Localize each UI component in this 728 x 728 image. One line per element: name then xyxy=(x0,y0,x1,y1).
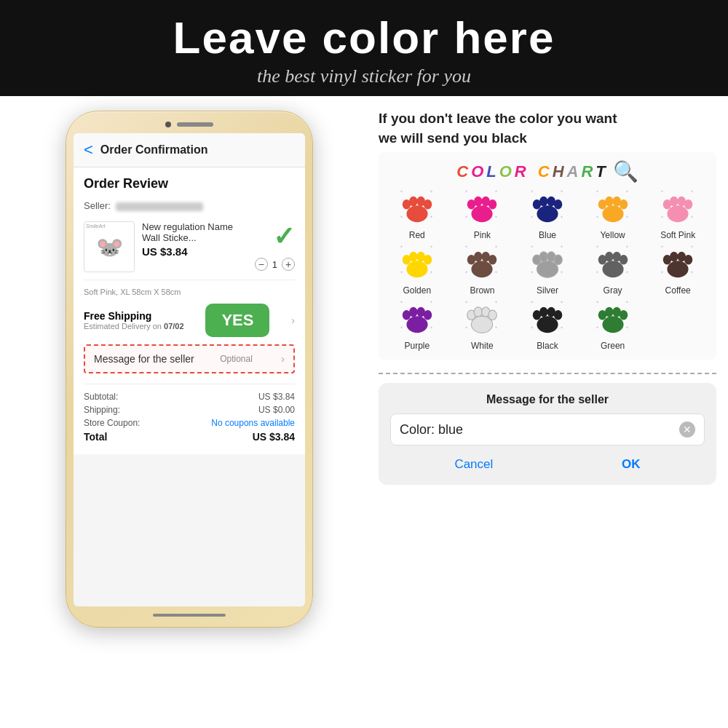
qty-plus[interactable]: + xyxy=(282,258,295,271)
svg-point-58 xyxy=(472,261,493,278)
svg-point-111 xyxy=(554,310,562,320)
phone-section: < Order Confirmation Order Review Seller… xyxy=(0,96,371,708)
color-label-red: Red xyxy=(409,230,425,240)
paw-wrap-silver: ✦✦✦✦ xyxy=(528,245,567,284)
paw-wrap-coffee: ✦✦✦✦ xyxy=(658,245,697,284)
svg-text:✦: ✦ xyxy=(430,325,433,330)
color-label-brown: Brown xyxy=(470,285,494,296)
screen-nav: < Order Confirmation xyxy=(74,133,305,167)
header: Leave color here the best vinyl sticker … xyxy=(0,0,728,96)
svg-point-84 xyxy=(684,255,692,265)
message-chevron-icon: › xyxy=(281,353,285,365)
svg-point-91 xyxy=(409,307,417,317)
message-dialog: Message for the seller Color: blue ✕ Can… xyxy=(379,383,716,485)
shipping-cost-label: Shipping: xyxy=(84,405,120,415)
ok-button[interactable]: OK xyxy=(600,454,662,475)
phone-bottom-bar xyxy=(74,614,305,617)
cancel-button[interactable]: Cancel xyxy=(432,454,515,475)
svg-point-82 xyxy=(670,252,678,262)
product-row: SmileArt 🐭 New regulation Name Wall Stic… xyxy=(84,221,295,280)
color-item-soft pink: ✦✦✦✦Soft Pink xyxy=(646,189,709,240)
dialog-clear-button[interactable]: ✕ xyxy=(679,422,695,438)
color-item-green: ✦✦✦✦Green xyxy=(582,300,644,351)
total-value: US $3.84 xyxy=(253,431,295,443)
svg-text:✦: ✦ xyxy=(430,190,433,194)
svg-text:✦: ✦ xyxy=(464,214,468,219)
paw-wrap-pink: ✦✦✦✦ xyxy=(462,189,502,229)
back-arrow[interactable]: < xyxy=(84,141,93,159)
paw-wrap-golden: ✦✦✦✦ xyxy=(397,245,437,284)
paw-svg-red: ✦✦✦✦ xyxy=(398,190,436,228)
svg-text:✦: ✦ xyxy=(430,269,433,274)
coupon-row: Store Coupon: No coupons available xyxy=(84,418,295,428)
dialog-input-text: Color: blue xyxy=(400,422,463,438)
svg-text:✦: ✦ xyxy=(595,325,598,330)
phone-top-bar xyxy=(74,122,305,127)
paw-svg-silver: ✦✦✦✦ xyxy=(529,245,566,283)
svg-text:✦: ✦ xyxy=(530,325,534,330)
qty-value: 1 xyxy=(272,259,277,270)
cc-h: H xyxy=(553,162,564,181)
svg-text:✦: ✦ xyxy=(660,214,664,219)
svg-point-12 xyxy=(488,199,496,210)
home-indicator xyxy=(153,614,226,617)
nav-title: Order Confirmation xyxy=(100,143,208,157)
color-item-coffee: ✦✦✦✦Coffee xyxy=(646,245,709,296)
coupon-value[interactable]: No coupons available xyxy=(211,418,295,428)
magnifier-icon: 🔍 xyxy=(613,159,638,183)
message-for-seller-row[interactable]: Message for the seller Optional › xyxy=(84,344,295,373)
yes-button[interactable]: YES xyxy=(205,304,269,337)
color-item-gray: ✦✦✦✦Gray xyxy=(582,245,644,296)
dialog-input-area[interactable]: Color: blue ✕ xyxy=(390,414,705,446)
svg-text:✦: ✦ xyxy=(560,325,563,330)
svg-text:✦: ✦ xyxy=(430,214,433,219)
qty-minus[interactable]: − xyxy=(255,258,268,271)
color-label-blue: Blue xyxy=(539,230,556,240)
paw-svg-soft pink: ✦✦✦✦ xyxy=(659,190,697,228)
phone-speaker xyxy=(177,122,213,127)
message-label: Message for the seller xyxy=(94,353,194,365)
svg-text:✦: ✦ xyxy=(464,301,468,304)
svg-text:✦: ✦ xyxy=(625,214,629,219)
right-section: If you don't leave the color you want we… xyxy=(371,96,728,708)
paw-wrap-soft pink: ✦✦✦✦ xyxy=(658,189,697,229)
color-label-pink: Pink xyxy=(474,230,491,240)
main-content: < Order Confirmation Order Review Seller… xyxy=(0,96,728,708)
paw-wrap-yellow: ✦✦✦✦ xyxy=(593,189,633,229)
svg-text:✦: ✦ xyxy=(495,325,499,330)
color-item-black: ✦✦✦✦Black xyxy=(516,300,579,351)
cc-c1: C xyxy=(456,162,468,181)
shipping-cost-value: US $0.00 xyxy=(258,405,295,415)
svg-point-121 xyxy=(602,317,623,333)
svg-text:✦: ✦ xyxy=(530,190,534,194)
svg-point-109 xyxy=(539,307,547,317)
seller-blur xyxy=(116,202,203,211)
instruction-line1: If you don't leave the color you want xyxy=(379,111,617,126)
svg-text:✦: ✦ xyxy=(595,214,598,219)
svg-point-40 xyxy=(668,206,689,223)
color-item-silver: ✦✦✦✦Silver xyxy=(516,245,579,296)
subtotal-label: Subtotal: xyxy=(84,392,118,402)
svg-text:✦: ✦ xyxy=(399,325,403,330)
svg-text:✦: ✦ xyxy=(495,214,499,219)
shipping-row: Free Shipping Estimated Delivery on 07/0… xyxy=(84,304,295,337)
svg-text:✦: ✦ xyxy=(625,190,629,194)
paw-svg-gray: ✦✦✦✦ xyxy=(594,245,632,283)
cc-t: T xyxy=(596,162,605,181)
svg-point-30 xyxy=(619,199,627,210)
color-item-yellow: ✦✦✦✦Yellow xyxy=(582,189,644,240)
shipping-date: 07/02 xyxy=(164,322,184,331)
paw-svg-yellow: ✦✦✦✦ xyxy=(594,190,632,228)
phone-screen: < Order Confirmation Order Review Seller… xyxy=(74,133,305,606)
paw-wrap-white: ✦✦✦✦ xyxy=(462,300,502,339)
paw-wrap-purple: ✦✦✦✦ xyxy=(397,300,437,339)
svg-point-112 xyxy=(537,317,558,333)
pikachu-icon: 🐭 xyxy=(96,234,123,260)
product-right: ✓ − 1 + xyxy=(255,221,295,271)
svg-point-22 xyxy=(537,206,558,223)
paw-svg-brown: ✦✦✦✦ xyxy=(463,245,501,283)
svg-point-28 xyxy=(605,197,613,207)
subtotal-row: Subtotal: US $3.84 xyxy=(84,392,295,402)
svg-text:✦: ✦ xyxy=(530,269,534,274)
cc-l: L xyxy=(486,162,496,181)
